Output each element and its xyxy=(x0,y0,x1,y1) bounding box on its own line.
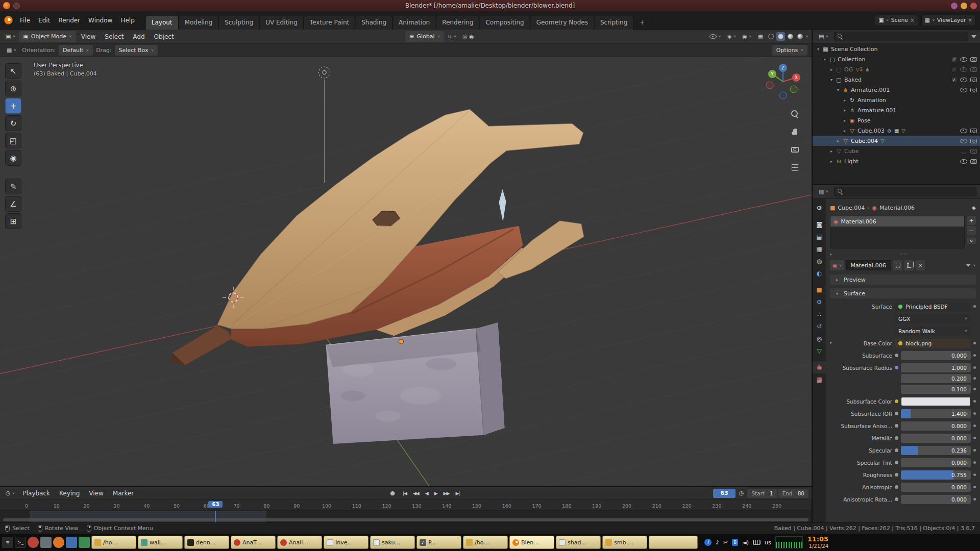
quick-launch-4[interactable] xyxy=(66,537,77,548)
tab-animation[interactable]: Animation xyxy=(393,16,436,30)
tab-scene[interactable]: ◍ xyxy=(813,255,826,267)
base-color-field[interactable]: block.png xyxy=(895,339,971,348)
keyframe-dot[interactable] xyxy=(973,486,976,488)
tab-rendering[interactable]: Rendering xyxy=(436,16,479,30)
outliner-row-light[interactable]: ▸ ⊙ Light xyxy=(813,156,980,166)
outliner-editor-type-button[interactable]: ▤ ∨ xyxy=(816,31,831,42)
rotate-tool[interactable]: ↻ xyxy=(5,115,21,131)
exclude-checkbox[interactable]: ✓ xyxy=(951,77,957,83)
material-name-field[interactable]: Material.006 xyxy=(846,260,891,270)
play-button[interactable]: ▶ xyxy=(432,490,440,497)
render-visibility-icon[interactable] xyxy=(970,149,977,154)
tab-physics[interactable]: ↺ xyxy=(813,320,826,333)
blender-logo-icon[interactable] xyxy=(4,16,13,24)
expand-icon[interactable]: ▾ xyxy=(828,78,835,82)
taskbar-window-3[interactable]: denn... xyxy=(184,536,229,549)
anisotropic-slider[interactable]: 0.000 xyxy=(901,483,971,492)
hide-toggle-icon[interactable] xyxy=(960,139,967,143)
viewlayer-selector[interactable]: ▦ ∨ ViewLayer × xyxy=(921,15,976,26)
anisotropic-rotation-slider[interactable]: 0.000 xyxy=(901,495,971,504)
subsurface-anisotropy-slider[interactable]: 0.000 xyxy=(901,421,971,431)
render-visibility-icon[interactable] xyxy=(970,159,977,164)
prev-keyframe-button[interactable]: ◀◀ xyxy=(410,490,422,497)
terminal-launcher[interactable]: >_ xyxy=(15,537,26,548)
options-dropdown[interactable]: Options ∨ xyxy=(772,45,807,56)
info-tray-icon[interactable]: i xyxy=(704,539,712,546)
roughness-slider[interactable]: 0.755 xyxy=(901,470,971,480)
menu-help[interactable]: Help xyxy=(116,11,138,30)
outliner-row-armature-data[interactable]: ▸ ⋔ Armature.001 xyxy=(813,105,980,115)
shading-wireframe-button[interactable] xyxy=(767,32,775,41)
specular-tint-slider[interactable]: 0.000 xyxy=(901,458,971,467)
quick-launch-2[interactable] xyxy=(40,537,52,548)
expand-icon[interactable]: ▸ xyxy=(830,340,832,345)
tab-constraints[interactable]: ◎ xyxy=(813,333,826,345)
chevron-down-icon[interactable]: ∨ xyxy=(973,264,976,267)
start-menu-button[interactable]: ≡ xyxy=(2,537,13,548)
menu-add[interactable]: Add xyxy=(129,28,149,46)
tab-texture[interactable]: ▦ xyxy=(813,373,826,386)
keyframe-dot[interactable] xyxy=(973,342,976,344)
breadcrumb-material[interactable]: Material.006 xyxy=(879,205,915,211)
taskbar-window-5[interactable]: Anali... xyxy=(277,536,322,549)
tab-object[interactable]: ■ xyxy=(813,284,826,296)
tab-render[interactable]: ◙ xyxy=(813,218,826,231)
quick-launch-3[interactable] xyxy=(53,537,64,548)
tool-settings-icon-button[interactable]: ▦ ∨ xyxy=(4,45,19,56)
expand-icon[interactable]: ▸ xyxy=(835,139,842,143)
menu-view[interactable]: View xyxy=(77,28,100,46)
taskbar-window-11[interactable]: shad... xyxy=(556,536,601,549)
orthographic-toggle-button[interactable] xyxy=(789,162,800,173)
pan-button[interactable] xyxy=(789,126,800,137)
unlink-material-button[interactable]: × xyxy=(916,260,925,270)
expand-icon[interactable]: ▸ xyxy=(828,149,835,154)
outliner-row-cube-003[interactable]: ▸ ▽ Cube.003 ⚙ ▦ ▽ xyxy=(813,126,980,136)
tab-geometry-nodes[interactable]: Geometry Nodes xyxy=(531,16,594,30)
gizmos-dropdown[interactable]: ◈ ∨ xyxy=(725,31,739,42)
subsurface-ior-slider[interactable]: 1.400 xyxy=(901,409,971,418)
taskbar-window-8[interactable]: ♪P... xyxy=(416,536,461,549)
exclude-checkbox[interactable]: ✓ xyxy=(951,57,957,62)
camera-view-button[interactable] xyxy=(789,144,800,155)
tab-particles[interactable]: ∴ xyxy=(813,308,826,320)
keyframe-dot[interactable] xyxy=(973,354,976,357)
hide-toggle-icon[interactable] xyxy=(960,129,967,133)
outliner-row-cube-004[interactable]: ▸ ▽ Cube.004 ▽ xyxy=(813,136,980,146)
frame-start-field[interactable]: Start 1 xyxy=(747,489,777,498)
shading-material-button[interactable] xyxy=(786,32,795,41)
subsurface-slider[interactable]: 0.000 xyxy=(901,351,971,360)
keyframe-dot[interactable] xyxy=(973,498,976,500)
tab-object-data[interactable]: ▽ xyxy=(813,345,826,357)
quick-launch-1[interactable] xyxy=(28,537,39,548)
transform-orientation-dropdown[interactable]: ⊕ Global ∨ xyxy=(405,31,444,42)
outliner-row-animation[interactable]: ▸ ↻ Animation xyxy=(813,95,980,105)
filter-icon[interactable] xyxy=(971,35,976,38)
slot-specials-button[interactable]: ∨ xyxy=(967,237,976,244)
preview-section-header[interactable]: ▸ Preview xyxy=(830,274,976,285)
overlays-dropdown[interactable]: ◉ ∨ xyxy=(740,31,754,42)
expand-icon[interactable]: ▾ xyxy=(815,47,822,52)
drag-handle-icon[interactable]: ∷∷ xyxy=(832,252,976,257)
timeline-editor-type-button[interactable]: ◷ ∨ xyxy=(3,488,17,499)
tab-texture-paint[interactable]: Texture Paint xyxy=(304,16,355,30)
snapping-toggle[interactable]: ∪ ∨ xyxy=(445,31,459,42)
render-visibility-icon[interactable] xyxy=(970,67,977,72)
jump-to-end-button[interactable]: ▶| xyxy=(453,490,462,497)
playhead-chip[interactable]: 63 xyxy=(208,501,223,508)
render-visibility-icon[interactable] xyxy=(970,139,977,143)
play-reverse-button[interactable]: ◀ xyxy=(423,490,431,497)
outliner-row-baked[interactable]: ▾ ▢ Baked ✓ xyxy=(813,74,980,85)
chevron-down-icon[interactable]: ∨ xyxy=(805,35,808,38)
tab-modeling[interactable]: Modeling xyxy=(179,16,219,30)
axis-x-negative[interactable] xyxy=(766,82,773,89)
material-slot-active[interactable]: ◉ Material.006 xyxy=(830,216,964,227)
cpu-monitor[interactable] xyxy=(775,536,803,548)
xray-toggle[interactable]: ▦ xyxy=(755,31,766,42)
zoom-button[interactable] xyxy=(789,108,800,119)
specular-slider[interactable]: 0.236 xyxy=(901,446,971,455)
next-keyframe-button[interactable]: ▶▶ xyxy=(441,490,452,497)
playhead-line[interactable] xyxy=(215,511,216,522)
expand-icon[interactable]: ▸ xyxy=(828,159,835,164)
close-button[interactable] xyxy=(970,3,977,9)
editor-type-button[interactable]: ▣ ∨ xyxy=(3,31,18,42)
